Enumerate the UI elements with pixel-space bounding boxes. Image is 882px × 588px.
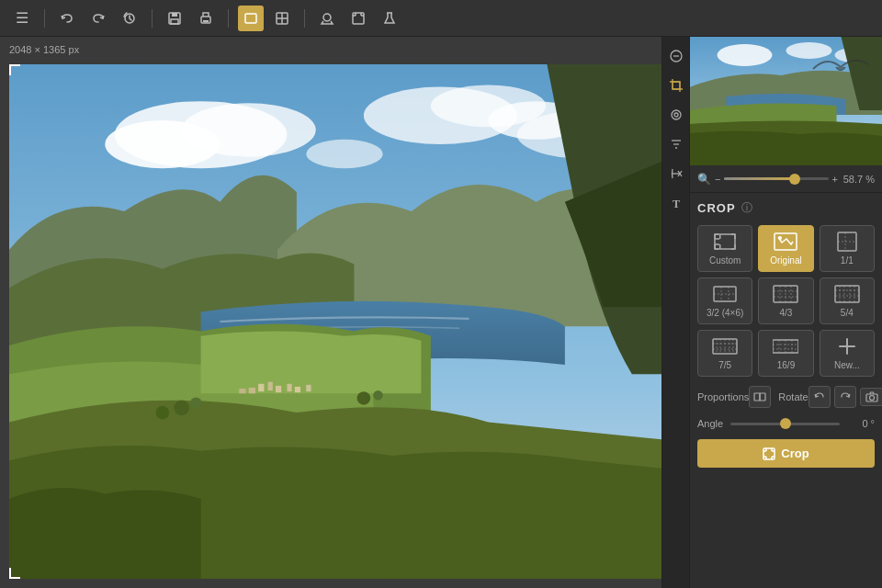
svg-rect-5 [203, 20, 209, 22]
separator-3 [228, 9, 229, 28]
menu-button[interactable]: ☰ [9, 6, 35, 31]
print-button[interactable] [193, 6, 219, 31]
angle-label: Angle [697, 418, 723, 429]
flask-button[interactable] [377, 6, 402, 31]
crop-original-label: Original [770, 255, 801, 266]
svg-rect-90 [760, 393, 765, 401]
separator-1 [44, 9, 45, 28]
thumbnail-area [690, 37, 882, 165]
zoom-out-icon[interactable]: 🔍 [697, 173, 711, 186]
svg-point-52 [778, 236, 782, 240]
image-dimensions: 2048 × 1365 px [9, 44, 79, 55]
crop-1-1-label: 1/1 [841, 255, 854, 266]
rotate-label: Rotate [778, 391, 808, 402]
adjust-icon-button[interactable] [664, 44, 688, 68]
crop-handle-bl[interactable] [9, 568, 20, 579]
svg-rect-29 [249, 388, 255, 393]
separator-4 [304, 9, 305, 28]
svg-point-43 [718, 44, 773, 66]
crop-option-custom[interactable]: Custom [697, 225, 752, 272]
svg-rect-46 [715, 234, 735, 249]
svg-rect-51 [775, 233, 797, 250]
svg-rect-30 [287, 384, 291, 391]
camera-icon-button[interactable] [860, 388, 882, 406]
proportions-icons [749, 386, 771, 408]
svg-rect-81 [773, 340, 798, 353]
redo-button[interactable] [85, 6, 111, 31]
svg-point-104 [672, 110, 681, 119]
rotate-ccw-button[interactable] [808, 386, 831, 408]
undo-button[interactable] [54, 6, 80, 31]
svg-point-41 [373, 390, 382, 400]
crop-option-3-2[interactable]: 3/2 (4×6) [697, 277, 752, 324]
svg-rect-33 [306, 385, 311, 391]
svg-rect-27 [268, 382, 273, 390]
zoom-percent: 58.7 % [842, 174, 875, 185]
svg-point-10 [323, 14, 331, 21]
filter-icon-button[interactable] [664, 132, 688, 156]
crop-option-7-5[interactable]: 7/5 [697, 330, 752, 377]
angle-value: 0 ° [847, 418, 875, 429]
save-button[interactable] [162, 6, 187, 31]
main-area: 2048 × 1365 px [0, 37, 882, 588]
proportions-rotate-row: Proportions Rotate [697, 386, 875, 408]
svg-rect-49 [719, 234, 721, 239]
crop-apply-button[interactable]: Crop [697, 439, 875, 468]
rotate-icons [808, 386, 882, 408]
svg-rect-93 [763, 448, 775, 459]
crop-5-4-label: 5/4 [841, 308, 854, 318]
svg-text:T: T [673, 198, 680, 210]
crop-button-label: Crop [781, 447, 808, 460]
zoom-minus[interactable]: − [715, 174, 720, 185]
crop-4-3-label: 4/3 [780, 308, 793, 318]
stamp-button[interactable] [314, 6, 340, 31]
svg-point-37 [174, 401, 189, 416]
crop-handle-tl[interactable] [9, 64, 20, 75]
proportions-label: Proportions [697, 391, 749, 402]
crop-option-original[interactable]: Original [758, 225, 813, 272]
svg-rect-26 [258, 384, 264, 391]
svg-point-20 [182, 103, 316, 156]
right-icons-sidebar: T [662, 37, 689, 588]
svg-rect-6 [245, 14, 256, 23]
crop-option-4-3[interactable]: 4/3 [758, 277, 813, 324]
proportions-toggle-button[interactable] [749, 386, 771, 408]
transform-button[interactable] [345, 6, 371, 31]
crop-16-9-label: 16/9 [777, 360, 795, 370]
angle-row: Angle 0 ° [697, 415, 875, 432]
top-toolbar: ☰ [0, 0, 882, 37]
svg-rect-28 [276, 386, 281, 392]
svg-rect-32 [239, 389, 245, 393]
crop-new-label: New... [834, 360, 860, 370]
rotate-cw-button[interactable] [834, 386, 856, 408]
svg-point-92 [869, 396, 874, 401]
svg-rect-50 [719, 244, 721, 249]
crop-icon-button[interactable] [664, 74, 688, 97]
heal-icon-button[interactable] [664, 103, 688, 127]
history-button[interactable] [117, 6, 142, 31]
svg-point-38 [190, 397, 202, 409]
crop-option-5-4[interactable]: 5/4 [820, 277, 875, 324]
crop-option-new[interactable]: New... [820, 330, 875, 377]
zoom-plus[interactable]: + [832, 174, 838, 185]
svg-rect-89 [754, 393, 760, 401]
crop-custom-label: Custom [709, 255, 741, 266]
crop-option-16-9[interactable]: 16/9 [758, 330, 813, 377]
text-icon-button[interactable]: T [664, 191, 688, 215]
zoom-bar: 🔍 − + 58.7 % [690, 165, 882, 193]
formula-icon-button[interactable] [664, 162, 688, 186]
zoom-slider[interactable] [724, 177, 828, 180]
crop-info-icon[interactable]: ⓘ [741, 200, 752, 216]
landscape-photo [9, 64, 680, 579]
crop-header: CROP ⓘ [697, 200, 875, 216]
svg-rect-31 [295, 387, 300, 392]
svg-rect-2 [172, 13, 177, 17]
canvas-area[interactable]: 2048 × 1365 px [0, 37, 689, 588]
crop-panel: CROP ⓘ [690, 193, 882, 588]
crop-option-1-1[interactable]: 1/1 [820, 225, 875, 272]
angle-slider[interactable] [730, 415, 840, 432]
rectangle-tool-button[interactable] [238, 6, 264, 31]
right-panel: 🔍 − + 58.7 % CROP ⓘ [689, 37, 882, 588]
crop-7-5-label: 7/5 [718, 360, 731, 370]
layout-button[interactable] [269, 6, 295, 31]
